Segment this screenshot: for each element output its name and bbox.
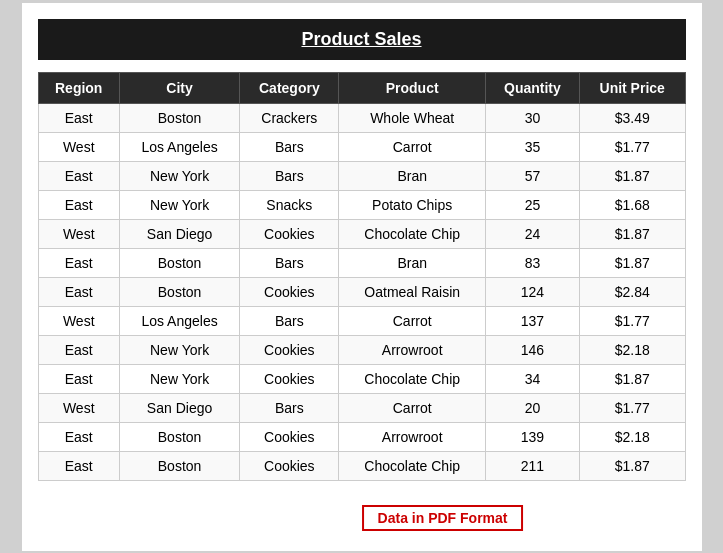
cell-r0-c2: Crackers <box>240 103 339 132</box>
cell-r5-c1: Boston <box>119 248 239 277</box>
cell-r10-c0: West <box>38 393 119 422</box>
cell-r4-c4: 24 <box>485 219 579 248</box>
column-header-city: City <box>119 72 239 103</box>
cell-r4-c5: $1.87 <box>579 219 685 248</box>
cell-r7-c3: Carrot <box>339 306 485 335</box>
cell-r0-c5: $3.49 <box>579 103 685 132</box>
cell-r3-c4: 25 <box>485 190 579 219</box>
cell-r5-c0: East <box>38 248 119 277</box>
cell-r0-c4: 30 <box>485 103 579 132</box>
cell-r8-c3: Arrowroot <box>339 335 485 364</box>
cell-r2-c0: East <box>38 161 119 190</box>
cell-r4-c2: Cookies <box>240 219 339 248</box>
table-row: WestLos AngelesBarsCarrot137$1.77 <box>38 306 685 335</box>
cell-r12-c3: Chocolate Chip <box>339 451 485 480</box>
table-row: EastNew YorkCookiesChocolate Chip34$1.87 <box>38 364 685 393</box>
footer-label[interactable]: Data in PDF Format <box>362 505 524 531</box>
cell-r5-c2: Bars <box>240 248 339 277</box>
cell-r12-c0: East <box>38 451 119 480</box>
cell-r6-c2: Cookies <box>240 277 339 306</box>
column-header-region: Region <box>38 72 119 103</box>
cell-r11-c2: Cookies <box>240 422 339 451</box>
cell-r6-c4: 124 <box>485 277 579 306</box>
table-row: WestLos AngelesBarsCarrot35$1.77 <box>38 132 685 161</box>
footer-wrapper: Data in PDF Format <box>38 493 686 531</box>
cell-r7-c1: Los Angeles <box>119 306 239 335</box>
cell-r2-c1: New York <box>119 161 239 190</box>
cell-r5-c4: 83 <box>485 248 579 277</box>
page-title: Product Sales <box>301 29 421 49</box>
cell-r5-c3: Bran <box>339 248 485 277</box>
column-header-product: Product <box>339 72 485 103</box>
cell-r3-c2: Snacks <box>240 190 339 219</box>
cell-r6-c0: East <box>38 277 119 306</box>
cell-r6-c1: Boston <box>119 277 239 306</box>
cell-r3-c1: New York <box>119 190 239 219</box>
column-header-quantity: Quantity <box>485 72 579 103</box>
table-row: WestSan DiegoCookiesChocolate Chip24$1.8… <box>38 219 685 248</box>
cell-r3-c0: East <box>38 190 119 219</box>
cell-r10-c4: 20 <box>485 393 579 422</box>
column-header-category: Category <box>240 72 339 103</box>
cell-r0-c0: East <box>38 103 119 132</box>
cell-r10-c2: Bars <box>240 393 339 422</box>
cell-r10-c3: Carrot <box>339 393 485 422</box>
cell-r2-c5: $1.87 <box>579 161 685 190</box>
cell-r9-c5: $1.87 <box>579 364 685 393</box>
page-container: Product Sales RegionCityCategoryProductQ… <box>22 3 702 551</box>
cell-r1-c2: Bars <box>240 132 339 161</box>
data-table: RegionCityCategoryProductQuantityUnit Pr… <box>38 72 686 481</box>
cell-r5-c5: $1.87 <box>579 248 685 277</box>
cell-r8-c2: Cookies <box>240 335 339 364</box>
table-row: EastNew YorkCookiesArrowroot146$2.18 <box>38 335 685 364</box>
cell-r9-c4: 34 <box>485 364 579 393</box>
table-row: EastNew YorkBarsBran57$1.87 <box>38 161 685 190</box>
cell-r12-c4: 211 <box>485 451 579 480</box>
cell-r9-c0: East <box>38 364 119 393</box>
cell-r10-c5: $1.77 <box>579 393 685 422</box>
cell-r0-c1: Boston <box>119 103 239 132</box>
table-row: WestSan DiegoBarsCarrot20$1.77 <box>38 393 685 422</box>
cell-r7-c2: Bars <box>240 306 339 335</box>
cell-r8-c4: 146 <box>485 335 579 364</box>
table-header-row: RegionCityCategoryProductQuantityUnit Pr… <box>38 72 685 103</box>
cell-r9-c2: Cookies <box>240 364 339 393</box>
cell-r3-c3: Potato Chips <box>339 190 485 219</box>
cell-r7-c5: $1.77 <box>579 306 685 335</box>
cell-r9-c1: New York <box>119 364 239 393</box>
cell-r1-c0: West <box>38 132 119 161</box>
cell-r4-c1: San Diego <box>119 219 239 248</box>
table-row: EastBostonCookiesChocolate Chip211$1.87 <box>38 451 685 480</box>
table-row: EastBostonCrackersWhole Wheat30$3.49 <box>38 103 685 132</box>
cell-r11-c1: Boston <box>119 422 239 451</box>
cell-r8-c5: $2.18 <box>579 335 685 364</box>
cell-r11-c3: Arrowroot <box>339 422 485 451</box>
cell-r11-c5: $2.18 <box>579 422 685 451</box>
table-row: EastBostonCookiesOatmeal Raisin124$2.84 <box>38 277 685 306</box>
cell-r0-c3: Whole Wheat <box>339 103 485 132</box>
cell-r3-c5: $1.68 <box>579 190 685 219</box>
title-bar: Product Sales <box>38 19 686 60</box>
cell-r11-c0: East <box>38 422 119 451</box>
cell-r8-c0: East <box>38 335 119 364</box>
cell-r12-c5: $1.87 <box>579 451 685 480</box>
cell-r7-c4: 137 <box>485 306 579 335</box>
cell-r1-c3: Carrot <box>339 132 485 161</box>
cell-r12-c2: Cookies <box>240 451 339 480</box>
cell-r12-c1: Boston <box>119 451 239 480</box>
cell-r2-c3: Bran <box>339 161 485 190</box>
cell-r1-c4: 35 <box>485 132 579 161</box>
cell-r10-c1: San Diego <box>119 393 239 422</box>
cell-r6-c5: $2.84 <box>579 277 685 306</box>
cell-r1-c5: $1.77 <box>579 132 685 161</box>
cell-r8-c1: New York <box>119 335 239 364</box>
cell-r9-c3: Chocolate Chip <box>339 364 485 393</box>
cell-r11-c4: 139 <box>485 422 579 451</box>
cell-r6-c3: Oatmeal Raisin <box>339 277 485 306</box>
cell-r4-c0: West <box>38 219 119 248</box>
column-header-unit-price: Unit Price <box>579 72 685 103</box>
cell-r2-c2: Bars <box>240 161 339 190</box>
table-row: EastBostonCookiesArrowroot139$2.18 <box>38 422 685 451</box>
table-row: EastNew YorkSnacksPotato Chips25$1.68 <box>38 190 685 219</box>
cell-r2-c4: 57 <box>485 161 579 190</box>
